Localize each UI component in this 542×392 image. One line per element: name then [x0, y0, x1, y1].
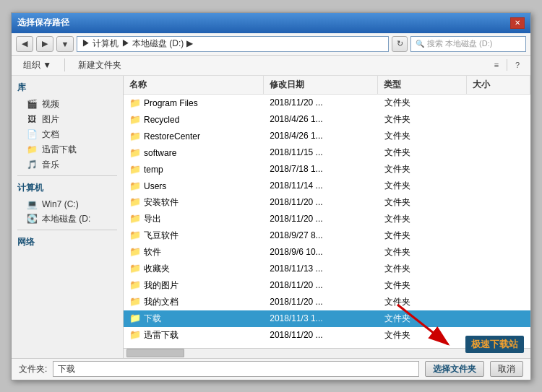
file-row[interactable]: 📁我的文档2018/11/20 ...文件夹: [124, 294, 530, 310]
sidebar-divider-2: [17, 230, 117, 230]
header-size[interactable]: 大小: [467, 76, 530, 94]
file-row[interactable]: 📁安装软件2018/11/20 ...文件夹: [124, 194, 530, 211]
sidebar-item-music[interactable]: 🎵 音乐: [12, 157, 123, 173]
sidebar-section-computer-header[interactable]: 计算机: [12, 179, 123, 197]
file-size-cell: [468, 102, 530, 103]
file-type-cell: 文件夹: [379, 179, 468, 193]
file-row[interactable]: 📁软件2018/9/6 10...文件夹: [124, 244, 530, 261]
sidebar-item-d-drive-label: 本地磁盘 (D:: [42, 213, 90, 225]
header-date[interactable]: 修改日期: [264, 76, 378, 94]
file-row[interactable]: 📁收藏夹2018/11/13 ...文件夹: [124, 261, 530, 277]
file-row[interactable]: 📁Users2018/11/14 ...文件夹: [124, 178, 530, 194]
file-date-cell: 2018/11/13 ...: [264, 263, 379, 274]
documents-icon: 📄: [26, 129, 38, 140]
folder-icon: 📁: [129, 213, 141, 224]
file-name-cell: 📁temp: [124, 163, 264, 175]
back-icon: ◀: [22, 39, 27, 48]
file-size-cell: [468, 185, 530, 186]
file-row[interactable]: 📁Program Files2018/11/20 ...文件夹: [124, 95, 530, 111]
sidebar-item-video[interactable]: 🎬 视频: [12, 97, 123, 112]
file-date-cell: 2018/4/26 1...: [264, 113, 379, 125]
sidebar-item-c-drive[interactable]: 💻 Win7 (C:): [12, 197, 123, 212]
sidebar-item-documents[interactable]: 📄 文档: [12, 127, 123, 142]
file-row[interactable]: 📁RestoreCenter2018/4/26 1...文件夹: [124, 128, 530, 144]
header-name[interactable]: 名称: [124, 76, 264, 94]
search-placeholder: 搜索 本地磁盘 (D:): [427, 38, 492, 49]
search-box[interactable]: 🔍 搜索 本地磁盘 (D:): [410, 36, 526, 52]
sidebar: 库 🎬 视频 🖼 图片 📄 文档 📁 迅雷下载: [12, 76, 124, 358]
forward-button[interactable]: ▶: [36, 36, 53, 52]
cancel-button[interactable]: 取消: [490, 361, 523, 377]
search-icon: 🔍: [416, 40, 424, 48]
file-name-cell: 📁迅雷下载: [124, 328, 264, 342]
view-toggle-button[interactable]: ≡: [489, 58, 504, 71]
organize-button[interactable]: 组织 ▼: [17, 58, 57, 73]
file-date-cell: 2018/11/20 ...: [264, 296, 379, 308]
help-button[interactable]: ?: [510, 58, 525, 71]
file-date-cell: 2018/11/15 ...: [264, 147, 379, 158]
file-name: Program Files: [144, 98, 198, 108]
file-name-cell: 📁software: [124, 147, 264, 159]
new-folder-button[interactable]: 新建文件夹: [72, 58, 127, 73]
file-type-cell: 文件夹: [379, 262, 468, 276]
file-name-cell: 📁收藏夹: [124, 262, 264, 276]
file-row[interactable]: 📁temp2018/7/18 1...文件夹: [124, 161, 530, 178]
file-name-cell: 📁下载: [124, 312, 264, 326]
file-name: 迅雷下载: [144, 330, 178, 340]
close-button[interactable]: ✕: [510, 17, 525, 29]
file-date-cell: 2018/4/26 1...: [264, 130, 379, 141]
forward-icon: ▶: [42, 39, 48, 48]
file-size-cell: [468, 284, 530, 286]
folder-label: 文件夹:: [19, 363, 47, 375]
pictures-icon: 🖼: [26, 113, 38, 125]
file-row[interactable]: 📁software2018/11/15 ...文件夹: [124, 144, 530, 161]
sidebar-item-pictures[interactable]: 🖼 图片: [12, 112, 123, 127]
sidebar-section-network-header[interactable]: 网络: [12, 233, 123, 251]
file-name: Recycled: [144, 115, 179, 125]
file-type-cell: 文件夹: [379, 328, 468, 342]
video-icon: 🎬: [26, 98, 38, 110]
down-button[interactable]: ▼: [56, 36, 74, 52]
address-input[interactable]: ▶ 计算机 ▶ 本地磁盘 (D:) ▶: [77, 36, 389, 52]
folder-icon: 📁: [129, 313, 141, 323]
file-name: 我的图片: [144, 280, 178, 290]
file-list[interactable]: 📁Program Files2018/11/20 ...文件夹📁Recycled…: [124, 95, 530, 348]
file-name-cell: 📁我的文档: [124, 295, 264, 309]
sidebar-section-library-header[interactable]: 库: [12, 79, 123, 97]
sidebar-item-thunder-download[interactable]: 📁 迅雷下载: [12, 142, 123, 157]
file-row[interactable]: 📁导出2018/11/20 ...文件夹: [124, 211, 530, 227]
file-date-cell: 2018/11/20 ...: [264, 279, 379, 291]
dialog-window: 选择保存路径 ✕ ◀ ▶ ▼ ▶ 计算机 ▶ 本地磁盘 (D:) ▶ ↻: [11, 12, 531, 380]
back-button[interactable]: ◀: [16, 36, 33, 52]
file-type-cell: 文件夹: [379, 245, 468, 259]
file-type-cell: 文件夹: [379, 162, 468, 176]
folder-value[interactable]: 下载: [53, 361, 419, 377]
bottom-bar: 文件夹: 下载 选择文件夹 取消: [12, 358, 530, 380]
file-size-cell: [468, 201, 530, 203]
sidebar-divider-1: [17, 175, 117, 176]
file-size-cell: [468, 318, 530, 319]
h-scroll-thumb[interactable]: [126, 349, 184, 357]
file-row[interactable]: 📁我的图片2018/11/20 ...文件夹: [124, 277, 530, 294]
refresh-icon: ↻: [397, 39, 403, 48]
file-type-cell: 文件夹: [379, 196, 468, 209]
view-icons-group: ≡ ?: [489, 58, 525, 71]
file-name-cell: 📁安装软件: [124, 196, 264, 209]
sidebar-section-computer: 计算机 💻 Win7 (C:) 💽 本地磁盘 (D:: [12, 179, 123, 227]
file-size-cell: [468, 301, 530, 302]
file-name: 我的文档: [144, 297, 178, 307]
refresh-button[interactable]: ↻: [392, 36, 408, 52]
file-row[interactable]: 📁飞豆软件2018/9/27 8...文件夹: [124, 227, 530, 244]
file-row[interactable]: 📁Recycled2018/4/26 1...文件夹: [124, 111, 530, 128]
file-name: 下载: [144, 313, 161, 323]
music-icon: 🎵: [26, 159, 38, 170]
file-type-cell: 文件夹: [379, 96, 468, 110]
file-size-cell: [468, 118, 530, 120]
file-size-cell: [468, 152, 530, 153]
watermark: 极速下载站: [465, 336, 524, 353]
file-row[interactable]: 📁下载2018/11/3 1...文件夹: [124, 310, 530, 327]
sidebar-item-d-drive[interactable]: 💽 本地磁盘 (D:: [12, 212, 123, 227]
file-date-cell: 2018/11/20 ...: [264, 213, 379, 225]
header-type[interactable]: 类型: [378, 76, 467, 94]
select-folder-button[interactable]: 选择文件夹: [425, 361, 484, 377]
